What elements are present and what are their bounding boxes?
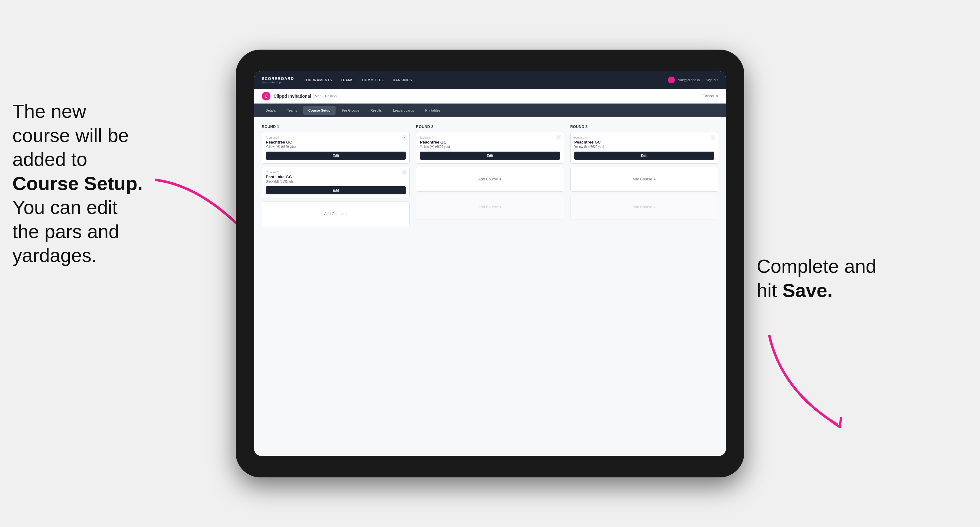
top-nav-links: TOURNAMENTS TEAMS COMMITTEE RANKINGS	[304, 78, 668, 82]
round-1-course-b-name: East Lake GC	[266, 175, 406, 179]
round-3-course-a-card: ✕ (Course A) Peachtree GC Yellow (M) (66…	[570, 132, 718, 163]
arrow-right-icon	[763, 329, 869, 434]
user-email: blair@clippd.io	[677, 78, 700, 82]
sub-header-right: Cancel ✕	[702, 94, 718, 98]
round-2-add-course-disabled-label: Add Course	[478, 205, 498, 209]
sub-header: C Clippd Invitational (Men) Hosting Canc…	[254, 89, 726, 103]
annotation-right: Complete and hit Save.	[757, 254, 918, 302]
rounds-grid: Round 1 ✕ (Course A) Peachtree GC Yellow…	[262, 125, 718, 229]
round-3-course-a-edit-button[interactable]: Edit	[574, 152, 714, 160]
round-1-course-b-info: Black (M) (6891 yds)	[266, 180, 406, 183]
sign-out-link[interactable]: Sign out	[706, 78, 718, 82]
round-1-course-a-label: (Course A)	[266, 136, 406, 139]
nav-committee[interactable]: COMMITTEE	[362, 78, 384, 82]
main-content: Round 1 ✕ (Course A) Peachtree GC Yellow…	[254, 117, 726, 456]
round-3-add-course-disabled-plus-icon: +	[654, 205, 656, 210]
round-2-add-course-button[interactable]: Add Course +	[416, 167, 564, 192]
round-1-course-a-card: ✕ (Course A) Peachtree GC Yellow (M) (66…	[262, 132, 410, 163]
tournament-gender: (Men)	[313, 94, 323, 98]
round-1-column: Round 1 ✕ (Course A) Peachtree GC Yellow…	[262, 125, 410, 229]
round-3-course-a-delete-icon[interactable]: ✕	[711, 135, 716, 140]
round-1-course-b-delete-icon[interactable]: ✕	[402, 170, 407, 175]
round-1-add-course-button[interactable]: Add Course +	[262, 202, 410, 226]
top-nav-right: blair@clippd.io | Sign out	[668, 76, 718, 83]
scoreboard-logo: SCOREBOARD Powered by clippd	[262, 76, 294, 84]
round-3-course-a-name: Peachtree GC	[574, 140, 714, 144]
nav-rankings[interactable]: RANKINGS	[393, 78, 412, 82]
round-1-label: Round 1	[262, 125, 410, 129]
round-3-add-course-disabled-label: Add Course	[633, 205, 652, 209]
round-3-label: Round 3	[570, 125, 718, 129]
tab-teams[interactable]: Teams	[282, 106, 302, 115]
round-3-column: Round 3 ✕ (Course A) Peachtree GC Yellow…	[570, 125, 718, 229]
tab-printables[interactable]: Printables	[420, 106, 445, 115]
round-3-course-a-info: Yellow (M) (6629 yds)	[574, 145, 714, 149]
round-1-course-a-edit-button[interactable]: Edit	[266, 152, 406, 160]
nav-separator: |	[702, 78, 703, 82]
round-3-add-course-button[interactable]: Add Course +	[570, 167, 718, 192]
round-2-add-course-disabled-button: Add Course +	[416, 195, 564, 219]
hosting-badge: Hosting	[325, 94, 336, 98]
tablet-device: SCOREBOARD Powered by clippd TOURNAMENTS…	[236, 49, 744, 478]
round-3-course-a-label: (Course A)	[574, 136, 714, 139]
tab-tee-groups[interactable]: Tee Groups	[337, 106, 364, 115]
round-1-add-course-label: Add Course	[324, 212, 344, 216]
round-2-label: Round 2	[416, 125, 564, 129]
round-3-add-course-disabled-button: Add Course +	[570, 195, 718, 219]
round-2-add-course-label: Add Course	[478, 177, 498, 181]
tab-leaderboards[interactable]: Leaderboards	[388, 106, 419, 115]
round-1-course-b-edit-button[interactable]: Edit	[266, 186, 406, 194]
round-2-course-a-card: ✕ (Course A) Peachtree GC Yellow (M) (66…	[416, 132, 564, 163]
round-2-course-a-delete-icon[interactable]: ✕	[556, 135, 561, 140]
tournament-name: Clippd Invitational	[274, 94, 311, 98]
nav-teams[interactable]: TEAMS	[341, 78, 353, 82]
logo-title: SCOREBOARD	[262, 76, 294, 81]
round-1-course-a-info: Yellow (M) (6629 yds)	[266, 145, 406, 149]
round-2-course-a-edit-button[interactable]: Edit	[420, 152, 560, 160]
round-2-course-a-label: (Course A)	[420, 136, 560, 139]
tab-details[interactable]: Details	[261, 106, 281, 115]
tablet-screen: SCOREBOARD Powered by clippd TOURNAMENTS…	[254, 71, 726, 456]
round-3-add-course-plus-icon: +	[654, 177, 656, 182]
sub-header-logo: C	[262, 92, 270, 100]
round-3-add-course-label: Add Course	[633, 177, 652, 181]
round-2-course-a-name: Peachtree GC	[420, 140, 560, 144]
round-1-course-b-card: ✕ (Course B) East Lake GC Black (M) (689…	[262, 167, 410, 198]
tab-course-setup[interactable]: Course Setup	[303, 106, 336, 115]
round-1-course-a-name: Peachtree GC	[266, 140, 406, 144]
round-1-add-course-plus-icon: +	[345, 211, 347, 216]
round-2-column: Round 2 ✕ (Course A) Peachtree GC Yellow…	[416, 125, 564, 229]
logo-sub: Powered by clippd	[262, 81, 294, 84]
cancel-button[interactable]: Cancel ✕	[702, 94, 718, 98]
round-1-course-b-label: (Course B)	[266, 171, 406, 174]
tab-results[interactable]: Results	[365, 106, 387, 115]
nav-tournaments[interactable]: TOURNAMENTS	[304, 78, 332, 82]
round-2-add-course-disabled-plus-icon: +	[499, 205, 502, 210]
round-2-add-course-plus-icon: +	[499, 177, 502, 182]
round-2-course-a-info: Yellow (M) (6629 yds)	[420, 145, 560, 149]
tabs-bar: Details Teams Course Setup Tee Groups Re…	[254, 103, 726, 117]
user-avatar	[668, 76, 675, 83]
top-nav: SCOREBOARD Powered by clippd TOURNAMENTS…	[254, 71, 726, 89]
round-1-course-a-delete-icon[interactable]: ✕	[402, 135, 407, 140]
